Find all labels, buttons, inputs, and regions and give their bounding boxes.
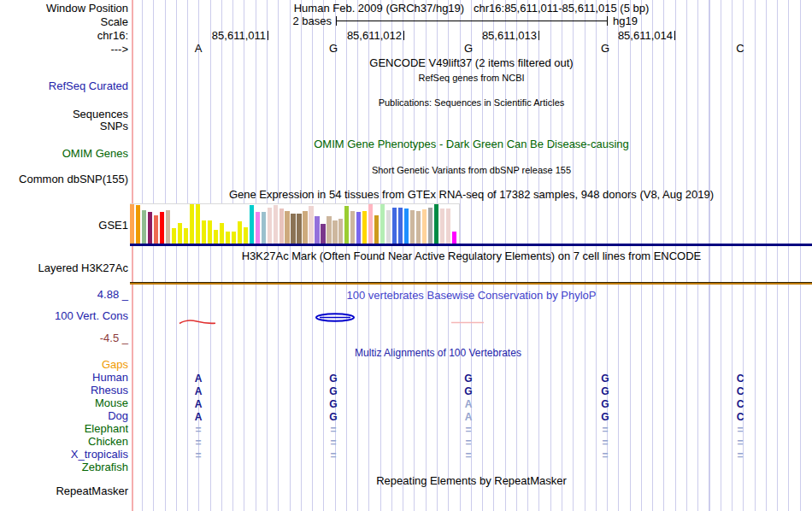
- alignment-base: C: [730, 385, 750, 397]
- gtex-bar[interactable]: [303, 211, 307, 244]
- gtex-bar[interactable]: [178, 223, 182, 244]
- gtex-bar[interactable]: [244, 227, 248, 244]
- species-label-rhesus[interactable]: Rhesus: [91, 385, 128, 396]
- gtex-bar[interactable]: [374, 215, 379, 244]
- left-label-4-88: 4.88 _: [97, 289, 128, 301]
- gtex-bar[interactable]: [226, 232, 230, 244]
- gtex-bar[interactable]: [309, 206, 313, 244]
- gtex-bar[interactable]: [136, 205, 140, 244]
- left-label-repeatmasker[interactable]: RepeatMasker: [56, 485, 128, 497]
- gtex-bar[interactable]: [285, 211, 289, 244]
- gtex-bar[interactable]: [356, 212, 361, 244]
- alignment-base: A: [188, 385, 209, 397]
- gtex-bar[interactable]: [196, 204, 200, 244]
- gtex-bar[interactable]: [350, 211, 355, 244]
- alignment-base: =: [595, 437, 615, 449]
- track-title-short-genetic-variants-from-dbsnp-release-[interactable]: Short Genetic Variants from dbSNP releas…: [131, 164, 812, 176]
- track-title-multiz-alignments-of-100-vertebrates[interactable]: Multiz Alignments of 100 Vertebrates: [97, 347, 779, 359]
- alignment-base: C: [730, 398, 750, 410]
- gtex-bar[interactable]: [262, 212, 266, 244]
- gtex-bar[interactable]: [190, 204, 194, 244]
- alignment-base: =: [188, 424, 209, 436]
- gtex-bar[interactable]: [208, 220, 212, 244]
- gtex-bar[interactable]: [344, 206, 349, 244]
- left-label-refseq-curated[interactable]: RefSeq Curated: [49, 80, 128, 92]
- gtex-bar[interactable]: [380, 204, 385, 244]
- position-label: 85,611,011: [174, 30, 266, 41]
- species-label-dog[interactable]: Dog: [108, 410, 128, 422]
- gtex-bar[interactable]: [291, 214, 295, 244]
- gtex-bar[interactable]: [238, 221, 242, 244]
- alignment-base: G: [595, 373, 615, 385]
- gtex-bar[interactable]: [274, 205, 278, 244]
- gtex-bar[interactable]: [321, 224, 325, 244]
- species-label-mouse[interactable]: Mouse: [95, 397, 128, 409]
- gtex-bar[interactable]: [368, 204, 373, 244]
- gtex-bar[interactable]: [338, 219, 343, 244]
- track-title-h3k27ac-mark-often-found-near-active-regul[interactable]: H3K27Ac Mark (Often Found Near Active Re…: [131, 250, 812, 262]
- gtex-bar[interactable]: [154, 215, 158, 244]
- gtex-bar[interactable]: [142, 210, 146, 244]
- gtex-bar[interactable]: [297, 214, 301, 244]
- species-label-elephant[interactable]: Elephant: [85, 423, 128, 435]
- gtex-bar[interactable]: [232, 232, 236, 244]
- gtex-bar[interactable]: [315, 216, 319, 244]
- gtex-bar[interactable]: [452, 232, 456, 244]
- position-tick: [674, 31, 675, 40]
- position-tick: [268, 31, 268, 40]
- gtex-bar[interactable]: [279, 209, 284, 244]
- gtex-bar[interactable]: [130, 204, 134, 244]
- alignment-base: G: [458, 373, 479, 385]
- gtex-bar[interactable]: [362, 211, 367, 244]
- base-letter: C: [730, 43, 750, 55]
- left-label-gse1[interactable]: GSE1: [98, 220, 128, 232]
- alignment-base: =: [458, 437, 479, 449]
- gtex-bar[interactable]: [256, 212, 260, 244]
- scale-ruler-tick-right: [607, 16, 608, 26]
- gtex-bar[interactable]: [160, 212, 164, 244]
- gtex-bar[interactable]: [166, 210, 170, 244]
- left-label-common-dbsnp-155[interactable]: Common dbSNP(155): [19, 173, 128, 185]
- left-label-snps[interactable]: SNPs: [100, 120, 128, 132]
- gtex-bar[interactable]: [214, 230, 218, 244]
- gtex-bar[interactable]: [250, 205, 254, 244]
- species-label-human[interactable]: Human: [92, 372, 128, 384]
- gtex-bar[interactable]: [172, 228, 176, 244]
- gtex-bar[interactable]: [404, 209, 409, 244]
- gtex-bar[interactable]: [398, 208, 403, 244]
- gtex-bar[interactable]: [422, 209, 427, 244]
- species-label-x-tropicalis[interactable]: X_tropicalis: [71, 449, 128, 461]
- gtex-bar[interactable]: [268, 208, 272, 244]
- track-title-human-feb-2009-grch37-hg19-chr16-85-611-01: Human Feb. 2009 (GRCh37/hg19) chr16:85,6…: [131, 3, 812, 15]
- track-title-refseq-genes-from-ncbi[interactable]: RefSeq genes from NCBI: [131, 72, 812, 84]
- track-title-publications-sequences-in-scientific-artic[interactable]: Publications: Sequences in Scientific Ar…: [131, 97, 812, 109]
- track-title-gene-expression-in-54-tissues-from-gtex-rn[interactable]: Gene Expression in 54 tissues from GTEx …: [131, 189, 812, 201]
- position-tick: [538, 31, 539, 40]
- gtex-bar[interactable]: [148, 212, 152, 244]
- left-label-sequences[interactable]: Sequences: [73, 109, 128, 120]
- gtex-bar[interactable]: [386, 210, 391, 244]
- alignment-base: =: [595, 449, 615, 461]
- gtex-bar[interactable]: [428, 208, 432, 244]
- track-title-omim-gene-phenotypes-dark-green-can-be-dis[interactable]: OMIM Gene Phenotypes - Dark Green Can Be…: [131, 138, 812, 150]
- gtex-bar[interactable]: [440, 209, 444, 244]
- track-title-repeating-elements-by-repeatmasker[interactable]: Repeating Elements by RepeatMasker: [131, 475, 812, 487]
- species-label-chicken[interactable]: Chicken: [88, 436, 128, 448]
- gtex-bar[interactable]: [327, 216, 331, 244]
- gtex-bar[interactable]: [332, 220, 337, 244]
- gtex-bar[interactable]: [446, 209, 450, 244]
- left-label-layered-h3k27ac[interactable]: Layered H3K27Ac: [38, 262, 128, 274]
- left-label-100-vert-cons[interactable]: 100 Vert. Cons: [55, 310, 128, 322]
- gtex-bar[interactable]: [434, 204, 438, 244]
- gtex-bar[interactable]: [184, 228, 188, 244]
- gtex-bar[interactable]: [202, 220, 206, 244]
- alignment-base: =: [323, 437, 344, 449]
- gtex-bar[interactable]: [220, 223, 224, 244]
- species-label-zebrafish[interactable]: Zebrafish: [82, 461, 128, 473]
- track-title-gencode-v49lift37-2-items-filtered-out[interactable]: GENCODE V49lift37 (2 items filtered out): [131, 57, 812, 69]
- track-title-100-vertebrates-basewise-conservation-by-p[interactable]: 100 vertebrates Basewise Conservation by…: [131, 290, 812, 302]
- gtex-bar[interactable]: [392, 208, 397, 244]
- gtex-bar[interactable]: [410, 210, 415, 244]
- left-label-omim-genes[interactable]: OMIM Genes: [62, 148, 128, 160]
- gtex-bar[interactable]: [416, 211, 421, 244]
